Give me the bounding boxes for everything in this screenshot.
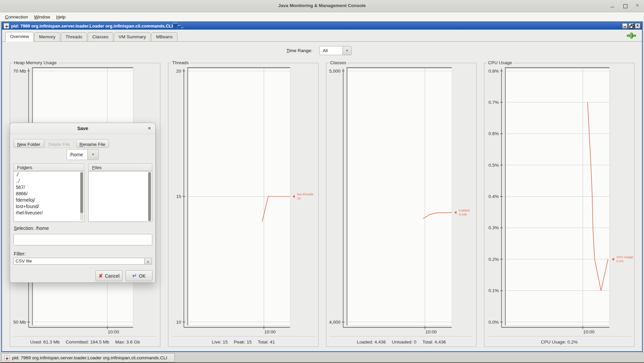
threads-panel: Threads 20151010:00live threads15 Live: … bbox=[168, 63, 319, 347]
ok-button[interactable]: ↵ OK bbox=[125, 270, 153, 281]
svg-text:0.2%: 0.2% bbox=[488, 257, 499, 262]
svg-text:10:00: 10:00 bbox=[108, 329, 119, 334]
svg-text:20: 20 bbox=[176, 69, 181, 74]
svg-text:0.5%: 0.5% bbox=[488, 163, 499, 168]
files-header[interactable]: Files bbox=[88, 163, 152, 171]
svg-text:0.8%: 0.8% bbox=[488, 69, 499, 74]
close-window-icon[interactable]: × bbox=[635, 2, 640, 10]
delete-file-button[interactable]: Delete File bbox=[45, 139, 74, 148]
folder-item[interactable]: ./ bbox=[14, 171, 84, 178]
menu-window[interactable]: Window bbox=[31, 13, 53, 21]
folders-scrollbar[interactable] bbox=[80, 172, 83, 221]
svg-text:CPU Usage: CPU Usage bbox=[616, 255, 633, 259]
java-coffee-icon bbox=[4, 355, 10, 361]
svg-text:0.6%: 0.6% bbox=[488, 131, 499, 136]
tab-memory[interactable]: Memory bbox=[34, 32, 60, 41]
path-combobox[interactable]: /home ▼ bbox=[67, 149, 99, 160]
time-range-combobox[interactable]: All ▼ bbox=[319, 46, 352, 55]
ok-return-arrow-icon: ↵ bbox=[132, 273, 137, 279]
tab-vm-summary[interactable]: VM Summary bbox=[114, 32, 151, 41]
tab-overview[interactable]: Overview bbox=[5, 32, 34, 42]
tab-classes[interactable]: Classes bbox=[88, 32, 113, 41]
folders-header[interactable]: Folders bbox=[13, 163, 84, 171]
internal-frame-controls: × bbox=[622, 23, 640, 29]
frame-restore-icon[interactable] bbox=[629, 23, 634, 29]
svg-text:10: 10 bbox=[176, 320, 181, 325]
status-item: Total: 4,436 bbox=[422, 339, 446, 345]
cancel-button[interactable]: ✘ Cancel bbox=[95, 270, 123, 281]
chevron-down-icon[interactable]: ▼ bbox=[343, 46, 351, 55]
folder-item[interactable]: 567/ bbox=[14, 184, 84, 191]
threads-status-line: Live: 15Peak: 15Total: 41 bbox=[172, 336, 315, 345]
classes-chart: 5,0004,00010:00Loaded4,436 bbox=[326, 63, 476, 347]
status-item: Committed: 184.5 Mb bbox=[66, 339, 109, 345]
dialog-close-icon[interactable]: × bbox=[148, 123, 151, 134]
svg-text:4,000: 4,000 bbox=[329, 320, 340, 325]
folders-listbox[interactable]: ./../567/8866/fdemeloj/lost+found/rhel-l… bbox=[13, 171, 84, 222]
file-operations-toolbar: New FolderDelete FileRename File bbox=[13, 139, 109, 148]
ok-label: OK bbox=[139, 273, 146, 279]
tabbar: OverviewMemoryThreadsClassesVM SummaryMB… bbox=[2, 30, 642, 42]
save-dialog-titlebar[interactable]: Save × bbox=[10, 123, 155, 134]
filter-value: CSV file bbox=[15, 258, 32, 264]
frame-minimize-icon[interactable] bbox=[622, 23, 628, 29]
svg-text:10:00: 10:00 bbox=[425, 329, 437, 334]
folders-list: ./../567/8866/fdemeloj/lost+found/rhel-l… bbox=[14, 171, 84, 216]
internal-frame-title: pid: 7969 org.infinispan.server.loader.L… bbox=[11, 24, 173, 29]
new-folder-button[interactable]: New Folder bbox=[13, 139, 44, 148]
status-item: Peak: 15 bbox=[234, 339, 251, 345]
folder-item[interactable]: ../ bbox=[14, 178, 84, 184]
svg-text:0.3%: 0.3% bbox=[488, 225, 499, 230]
svg-text:0.2%: 0.2% bbox=[616, 259, 624, 263]
status-item: Total: 41 bbox=[258, 339, 275, 345]
files-scrollbar[interactable] bbox=[148, 172, 151, 221]
window-controls: × bbox=[610, 2, 640, 10]
time-range-value: All bbox=[323, 48, 328, 53]
menu-connection[interactable]: Connection bbox=[2, 13, 31, 21]
status-item: Live: 15 bbox=[212, 339, 228, 345]
connection-status-icon[interactable] bbox=[627, 33, 636, 39]
menubar: ConnectionWindowHelp bbox=[0, 12, 644, 21]
filename-input[interactable] bbox=[13, 234, 152, 245]
classes-status-line: Loaded: 4,436Unloaded: 0Total: 4,436 bbox=[330, 336, 473, 345]
chevron-down-icon[interactable]: ▼ bbox=[87, 150, 98, 160]
save-dialog: Save × New FolderDelete FileRename File … bbox=[10, 123, 156, 283]
threads-chart: 20151010:00live threads15 bbox=[168, 63, 318, 347]
window-title: Java Monitoring & Management Console bbox=[0, 3, 644, 8]
cpu-usage-panel: CPU Usage 0.8%0.7%0.6%0.5%0.4%0.3%0.2%0.… bbox=[484, 63, 635, 347]
filter-combobox[interactable]: CSV file ▼ bbox=[13, 258, 152, 265]
internal-frame-titlebar[interactable]: pid: 7969 org.infinispan.server.loader.L… bbox=[2, 22, 642, 30]
rename-file-button[interactable]: Rename File bbox=[76, 139, 109, 148]
tab-mbeans[interactable]: MBeans bbox=[151, 32, 177, 41]
chevron-down-icon[interactable]: ▼ bbox=[144, 258, 152, 264]
filter-label: Filter: bbox=[14, 251, 26, 256]
folder-item[interactable]: fdemeloj/ bbox=[14, 197, 84, 203]
scrollbar-thumb[interactable] bbox=[148, 172, 151, 221]
files-listbox[interactable] bbox=[88, 171, 152, 222]
svg-text:Loaded: Loaded bbox=[459, 208, 470, 212]
status-item: Unloaded: 0 bbox=[392, 339, 416, 345]
folder-item[interactable]: lost+found/ bbox=[14, 203, 84, 210]
taskbar-button-label: pid: 7969 org.infinispan.server.loader.L… bbox=[12, 355, 167, 360]
maximize-window-icon[interactable] bbox=[622, 2, 628, 10]
window-titlebar: Java Monitoring & Management Console × bbox=[0, 0, 644, 12]
desktop: { "window": { "title": "Java Monitoring … bbox=[0, 0, 644, 363]
svg-text:0.4%: 0.4% bbox=[488, 194, 499, 199]
selection-label: Selection: /home bbox=[14, 226, 49, 231]
taskbar-window-button[interactable]: pid: 7969 org.infinispan.server.loader.L… bbox=[1, 353, 175, 362]
svg-text:15: 15 bbox=[297, 196, 301, 200]
cpu-status-line: CPU Usage: 0.2% bbox=[488, 336, 631, 345]
menu-help[interactable]: Help bbox=[53, 13, 69, 21]
heap-status-line: Used: 61.3 MbCommitted: 184.5 MbMax: 3.6… bbox=[13, 336, 157, 345]
folder-item[interactable]: rhel-liveuser/ bbox=[14, 210, 84, 216]
minimize-window-icon[interactable] bbox=[610, 2, 615, 10]
scrollbar-thumb[interactable] bbox=[80, 172, 83, 213]
folder-item[interactable]: 8866/ bbox=[14, 191, 84, 197]
frame-close-icon[interactable]: × bbox=[635, 23, 640, 29]
status-item: Loaded: 4,436 bbox=[357, 339, 386, 345]
java-coffee-icon bbox=[4, 23, 9, 29]
cancel-x-icon: ✘ bbox=[98, 273, 103, 279]
time-range-label: Time Range: bbox=[282, 48, 312, 53]
tab-threads[interactable]: Threads bbox=[61, 32, 87, 41]
classes-panel: Classes 5,0004,00010:00Loaded4,436 Loade… bbox=[326, 63, 477, 347]
